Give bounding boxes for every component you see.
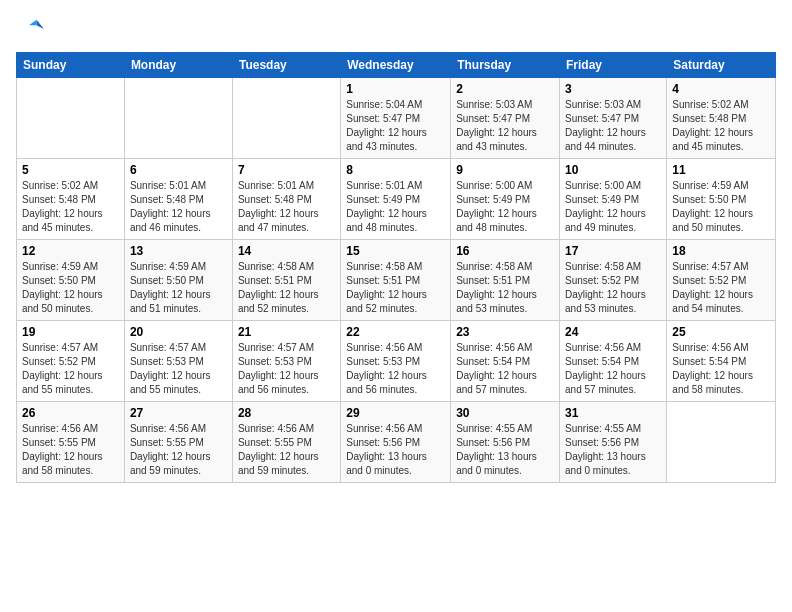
day-info: Sunrise: 5:03 AM Sunset: 5:47 PM Dayligh… <box>456 98 554 154</box>
day-number: 7 <box>238 163 335 177</box>
calendar-cell: 22Sunrise: 4:56 AM Sunset: 5:53 PM Dayli… <box>341 321 451 402</box>
day-number: 10 <box>565 163 661 177</box>
calendar-cell <box>17 78 125 159</box>
day-number: 3 <box>565 82 661 96</box>
day-info: Sunrise: 4:56 AM Sunset: 5:54 PM Dayligh… <box>565 341 661 397</box>
calendar-cell: 30Sunrise: 4:55 AM Sunset: 5:56 PM Dayli… <box>451 402 560 483</box>
logo-icon <box>16 16 44 44</box>
day-number: 26 <box>22 406 119 420</box>
day-info: Sunrise: 4:57 AM Sunset: 5:52 PM Dayligh… <box>22 341 119 397</box>
day-info: Sunrise: 4:56 AM Sunset: 5:53 PM Dayligh… <box>346 341 445 397</box>
weekday-header-tuesday: Tuesday <box>232 53 340 78</box>
calendar-cell: 3Sunrise: 5:03 AM Sunset: 5:47 PM Daylig… <box>560 78 667 159</box>
day-info: Sunrise: 4:55 AM Sunset: 5:56 PM Dayligh… <box>456 422 554 478</box>
calendar-cell: 21Sunrise: 4:57 AM Sunset: 5:53 PM Dayli… <box>232 321 340 402</box>
day-info: Sunrise: 4:58 AM Sunset: 5:51 PM Dayligh… <box>456 260 554 316</box>
day-number: 25 <box>672 325 770 339</box>
calendar-cell: 13Sunrise: 4:59 AM Sunset: 5:50 PM Dayli… <box>124 240 232 321</box>
weekday-header-thursday: Thursday <box>451 53 560 78</box>
calendar-week-row: 5Sunrise: 5:02 AM Sunset: 5:48 PM Daylig… <box>17 159 776 240</box>
calendar-cell: 6Sunrise: 5:01 AM Sunset: 5:48 PM Daylig… <box>124 159 232 240</box>
day-number: 23 <box>456 325 554 339</box>
day-number: 8 <box>346 163 445 177</box>
calendar-cell: 12Sunrise: 4:59 AM Sunset: 5:50 PM Dayli… <box>17 240 125 321</box>
weekday-header-sunday: Sunday <box>17 53 125 78</box>
day-info: Sunrise: 4:56 AM Sunset: 5:56 PM Dayligh… <box>346 422 445 478</box>
calendar-cell <box>232 78 340 159</box>
calendar-cell: 24Sunrise: 4:56 AM Sunset: 5:54 PM Dayli… <box>560 321 667 402</box>
day-number: 31 <box>565 406 661 420</box>
day-info: Sunrise: 4:59 AM Sunset: 5:50 PM Dayligh… <box>130 260 227 316</box>
calendar-header-row: SundayMondayTuesdayWednesdayThursdayFrid… <box>17 53 776 78</box>
calendar-cell: 16Sunrise: 4:58 AM Sunset: 5:51 PM Dayli… <box>451 240 560 321</box>
calendar-week-row: 1Sunrise: 5:04 AM Sunset: 5:47 PM Daylig… <box>17 78 776 159</box>
day-number: 1 <box>346 82 445 96</box>
calendar-cell: 14Sunrise: 4:58 AM Sunset: 5:51 PM Dayli… <box>232 240 340 321</box>
weekday-header-monday: Monday <box>124 53 232 78</box>
day-info: Sunrise: 4:57 AM Sunset: 5:53 PM Dayligh… <box>130 341 227 397</box>
day-info: Sunrise: 4:56 AM Sunset: 5:54 PM Dayligh… <box>456 341 554 397</box>
day-number: 2 <box>456 82 554 96</box>
day-info: Sunrise: 4:56 AM Sunset: 5:54 PM Dayligh… <box>672 341 770 397</box>
calendar-week-row: 26Sunrise: 4:56 AM Sunset: 5:55 PM Dayli… <box>17 402 776 483</box>
day-number: 9 <box>456 163 554 177</box>
calendar-cell: 27Sunrise: 4:56 AM Sunset: 5:55 PM Dayli… <box>124 402 232 483</box>
calendar-cell: 20Sunrise: 4:57 AM Sunset: 5:53 PM Dayli… <box>124 321 232 402</box>
weekday-header-saturday: Saturday <box>667 53 776 78</box>
calendar-cell: 26Sunrise: 4:56 AM Sunset: 5:55 PM Dayli… <box>17 402 125 483</box>
day-number: 5 <box>22 163 119 177</box>
calendar-cell: 1Sunrise: 5:04 AM Sunset: 5:47 PM Daylig… <box>341 78 451 159</box>
calendar-cell <box>124 78 232 159</box>
day-number: 28 <box>238 406 335 420</box>
calendar-cell: 31Sunrise: 4:55 AM Sunset: 5:56 PM Dayli… <box>560 402 667 483</box>
day-number: 15 <box>346 244 445 258</box>
day-number: 20 <box>130 325 227 339</box>
day-info: Sunrise: 4:56 AM Sunset: 5:55 PM Dayligh… <box>130 422 227 478</box>
day-number: 17 <box>565 244 661 258</box>
day-number: 29 <box>346 406 445 420</box>
page-header <box>16 16 776 44</box>
day-info: Sunrise: 4:56 AM Sunset: 5:55 PM Dayligh… <box>22 422 119 478</box>
day-number: 19 <box>22 325 119 339</box>
weekday-header-wednesday: Wednesday <box>341 53 451 78</box>
day-info: Sunrise: 5:01 AM Sunset: 5:49 PM Dayligh… <box>346 179 445 235</box>
calendar-cell: 4Sunrise: 5:02 AM Sunset: 5:48 PM Daylig… <box>667 78 776 159</box>
day-number: 11 <box>672 163 770 177</box>
calendar-cell: 7Sunrise: 5:01 AM Sunset: 5:48 PM Daylig… <box>232 159 340 240</box>
calendar-week-row: 12Sunrise: 4:59 AM Sunset: 5:50 PM Dayli… <box>17 240 776 321</box>
calendar-cell: 15Sunrise: 4:58 AM Sunset: 5:51 PM Dayli… <box>341 240 451 321</box>
calendar-cell: 5Sunrise: 5:02 AM Sunset: 5:48 PM Daylig… <box>17 159 125 240</box>
calendar-cell: 11Sunrise: 4:59 AM Sunset: 5:50 PM Dayli… <box>667 159 776 240</box>
day-number: 18 <box>672 244 770 258</box>
day-info: Sunrise: 4:58 AM Sunset: 5:51 PM Dayligh… <box>346 260 445 316</box>
day-info: Sunrise: 4:57 AM Sunset: 5:52 PM Dayligh… <box>672 260 770 316</box>
calendar-cell: 8Sunrise: 5:01 AM Sunset: 5:49 PM Daylig… <box>341 159 451 240</box>
day-info: Sunrise: 4:56 AM Sunset: 5:55 PM Dayligh… <box>238 422 335 478</box>
day-number: 24 <box>565 325 661 339</box>
day-info: Sunrise: 5:04 AM Sunset: 5:47 PM Dayligh… <box>346 98 445 154</box>
day-info: Sunrise: 5:01 AM Sunset: 5:48 PM Dayligh… <box>238 179 335 235</box>
calendar-cell: 9Sunrise: 5:00 AM Sunset: 5:49 PM Daylig… <box>451 159 560 240</box>
day-info: Sunrise: 5:00 AM Sunset: 5:49 PM Dayligh… <box>565 179 661 235</box>
day-info: Sunrise: 4:57 AM Sunset: 5:53 PM Dayligh… <box>238 341 335 397</box>
day-info: Sunrise: 4:58 AM Sunset: 5:52 PM Dayligh… <box>565 260 661 316</box>
day-number: 4 <box>672 82 770 96</box>
calendar-table: SundayMondayTuesdayWednesdayThursdayFrid… <box>16 52 776 483</box>
calendar-cell: 29Sunrise: 4:56 AM Sunset: 5:56 PM Dayli… <box>341 402 451 483</box>
calendar-cell: 10Sunrise: 5:00 AM Sunset: 5:49 PM Dayli… <box>560 159 667 240</box>
calendar-cell <box>667 402 776 483</box>
day-info: Sunrise: 5:02 AM Sunset: 5:48 PM Dayligh… <box>672 98 770 154</box>
day-info: Sunrise: 5:01 AM Sunset: 5:48 PM Dayligh… <box>130 179 227 235</box>
day-number: 12 <box>22 244 119 258</box>
calendar-cell: 28Sunrise: 4:56 AM Sunset: 5:55 PM Dayli… <box>232 402 340 483</box>
day-number: 14 <box>238 244 335 258</box>
day-number: 16 <box>456 244 554 258</box>
weekday-header-friday: Friday <box>560 53 667 78</box>
svg-marker-1 <box>29 20 36 26</box>
day-info: Sunrise: 5:00 AM Sunset: 5:49 PM Dayligh… <box>456 179 554 235</box>
day-info: Sunrise: 4:59 AM Sunset: 5:50 PM Dayligh… <box>672 179 770 235</box>
day-info: Sunrise: 4:59 AM Sunset: 5:50 PM Dayligh… <box>22 260 119 316</box>
day-number: 22 <box>346 325 445 339</box>
calendar-cell: 19Sunrise: 4:57 AM Sunset: 5:52 PM Dayli… <box>17 321 125 402</box>
day-info: Sunrise: 4:58 AM Sunset: 5:51 PM Dayligh… <box>238 260 335 316</box>
